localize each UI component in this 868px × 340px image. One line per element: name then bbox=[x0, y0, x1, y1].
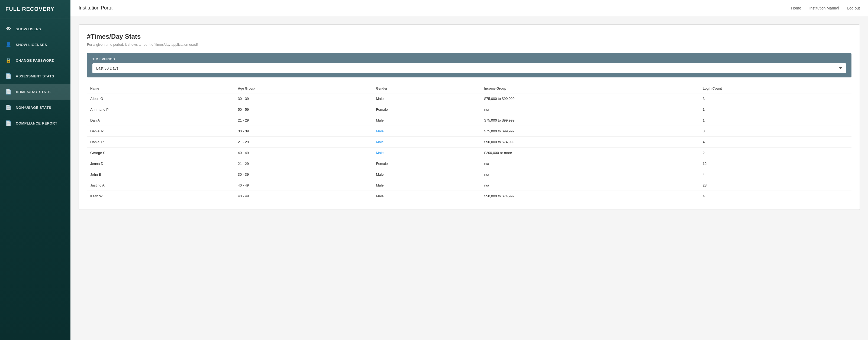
cell-login-count: 1 bbox=[700, 104, 851, 115]
sidebar-item-label-times-day-stats: #TIMES/DAY STATS bbox=[16, 90, 51, 94]
sidebar-icon-change-password: 🔒 bbox=[5, 57, 11, 63]
page-subheading: For a given time period, it shows amount… bbox=[87, 42, 851, 46]
sidebar-item-label-show-licenses: SHOW LICENSES bbox=[16, 43, 47, 47]
sidebar-item-non-usage-stats[interactable]: 📄 NON-USAGE STATS bbox=[0, 100, 70, 115]
cell-age-group: 30 - 39 bbox=[235, 169, 373, 180]
sidebar-item-label-non-usage-stats: NON-USAGE STATS bbox=[16, 106, 51, 110]
cell-income-group: $200,000 or more bbox=[481, 147, 700, 158]
sidebar-icon-compliance-report: 📄 bbox=[5, 120, 11, 126]
table-col-income-group: Income Group bbox=[481, 84, 700, 93]
cell-name: Dan A bbox=[87, 115, 235, 126]
cell-age-group: 50 - 59 bbox=[235, 104, 373, 115]
cell-gender: Male bbox=[373, 115, 481, 126]
page-card: #Times/Day Stats For a given time period… bbox=[79, 24, 860, 210]
content-area: #Times/Day Stats For a given time period… bbox=[70, 16, 868, 340]
cell-income-group: n/a bbox=[481, 158, 700, 169]
cell-login-count: 4 bbox=[700, 169, 851, 180]
table-body: Albert G30 - 39Male$75,000 to $99,9993An… bbox=[87, 93, 851, 202]
cell-age-group: 21 - 29 bbox=[235, 115, 373, 126]
cell-age-group: 30 - 39 bbox=[235, 126, 373, 137]
cell-income-group: n/a bbox=[481, 180, 700, 191]
cell-income-group: $50,000 to $74,999 bbox=[481, 191, 700, 202]
cell-gender[interactable]: Male bbox=[373, 147, 481, 158]
table-row: John B30 - 39Malen/a4 bbox=[87, 169, 851, 180]
table-row: George S40 - 49Male$200,000 or more2 bbox=[87, 147, 851, 158]
cell-gender: Male bbox=[373, 191, 481, 202]
sidebar-icon-times-day-stats: 📄 bbox=[5, 89, 11, 95]
cell-name: Daniel R bbox=[87, 137, 235, 147]
table-row: Daniel P30 - 39Male$75,000 to $99,9998 bbox=[87, 126, 851, 137]
sidebar-icon-show-users: 👁 bbox=[5, 26, 11, 32]
cell-gender[interactable]: Male bbox=[373, 126, 481, 137]
sidebar-item-label-change-password: CHANGE PASSWORD bbox=[16, 59, 55, 63]
table-row: Daniel R21 - 29Male$50,000 to $74,9994 bbox=[87, 137, 851, 147]
sidebar-item-show-licenses[interactable]: 👤 SHOW LICENSES bbox=[0, 37, 70, 53]
sidebar-item-assessment-stats[interactable]: 📄 ASSESSMENT STATS bbox=[0, 68, 70, 84]
cell-age-group: 40 - 49 bbox=[235, 180, 373, 191]
sidebar-item-show-users[interactable]: 👁 SHOW USERS bbox=[0, 21, 70, 37]
cell-login-count: 12 bbox=[700, 158, 851, 169]
time-period-label: TIME PERIOD bbox=[92, 57, 846, 61]
cell-age-group: 30 - 39 bbox=[235, 93, 373, 104]
cell-income-group: $75,000 to $99,999 bbox=[481, 115, 700, 126]
cell-name: Daniel P bbox=[87, 126, 235, 137]
sidebar-logo: FULL RECOVERY bbox=[0, 0, 70, 19]
cell-login-count: 3 bbox=[700, 93, 851, 104]
cell-name: George S bbox=[87, 147, 235, 158]
cell-gender: Male bbox=[373, 93, 481, 104]
topnav: Institution Portal HomeInstitution Manua… bbox=[70, 0, 868, 16]
table-col-name: Name bbox=[87, 84, 235, 93]
sidebar-item-change-password[interactable]: 🔒 CHANGE PASSWORD bbox=[0, 53, 70, 68]
table-row: Justino A40 - 49Malen/a23 bbox=[87, 180, 851, 191]
topnav-link-home[interactable]: Home bbox=[791, 6, 801, 10]
cell-income-group: n/a bbox=[481, 169, 700, 180]
gender-link[interactable]: Male bbox=[376, 151, 383, 155]
sidebar-item-label-assessment-stats: ASSESSMENT STATS bbox=[16, 74, 54, 78]
sidebar-icon-assessment-stats: 📄 bbox=[5, 73, 11, 79]
sidebar-item-label-compliance-report: COMPLIANCE REPORT bbox=[16, 121, 58, 125]
cell-login-count: 4 bbox=[700, 191, 851, 202]
sidebar-icon-show-licenses: 👤 bbox=[5, 42, 11, 48]
topnav-link-institution-manual[interactable]: Institution Manual bbox=[809, 6, 839, 10]
cell-name: Keith W bbox=[87, 191, 235, 202]
cell-income-group: $50,000 to $74,999 bbox=[481, 137, 700, 147]
table-row: Annmarie P50 - 59Femalen/a1 bbox=[87, 104, 851, 115]
sidebar-item-compliance-report[interactable]: 📄 COMPLIANCE REPORT bbox=[0, 115, 70, 131]
table-head: NameAge GroupGenderIncome GroupLogin Cou… bbox=[87, 84, 851, 93]
sidebar-icon-non-usage-stats: 📄 bbox=[5, 104, 11, 110]
cell-login-count: 8 bbox=[700, 126, 851, 137]
table-header-row: NameAge GroupGenderIncome GroupLogin Cou… bbox=[87, 84, 851, 93]
sidebar: FULL RECOVERY 👁 SHOW USERS 👤 SHOW LICENS… bbox=[0, 0, 70, 340]
cell-age-group: 21 - 29 bbox=[235, 158, 373, 169]
cell-gender: Male bbox=[373, 180, 481, 191]
cell-name: Justino A bbox=[87, 180, 235, 191]
cell-gender: Male bbox=[373, 169, 481, 180]
sidebar-item-label-show-users: SHOW USERS bbox=[16, 27, 41, 31]
cell-name: Jenna D bbox=[87, 158, 235, 169]
cell-name: Albert G bbox=[87, 93, 235, 104]
table-col-age-group: Age Group bbox=[235, 84, 373, 93]
cell-login-count: 23 bbox=[700, 180, 851, 191]
gender-link[interactable]: Male bbox=[376, 129, 383, 133]
cell-login-count: 4 bbox=[700, 137, 851, 147]
page-heading: #Times/Day Stats bbox=[87, 33, 851, 40]
cell-name: Annmarie P bbox=[87, 104, 235, 115]
main-area: Institution Portal HomeInstitution Manua… bbox=[70, 0, 868, 340]
table-row: Keith W40 - 49Male$50,000 to $74,9994 bbox=[87, 191, 851, 202]
cell-income-group: $75,000 to $99,999 bbox=[481, 126, 700, 137]
cell-age-group: 40 - 49 bbox=[235, 191, 373, 202]
sidebar-item-times-day-stats[interactable]: 📄 #TIMES/DAY STATS bbox=[0, 84, 70, 100]
table-row: Jenna D21 - 29Femalen/a12 bbox=[87, 158, 851, 169]
cell-gender: Female bbox=[373, 158, 481, 169]
topnav-title: Institution Portal bbox=[79, 5, 114, 11]
time-period-select[interactable]: Last 30 DaysLast 60 DaysLast 90 DaysThis… bbox=[92, 63, 846, 73]
cell-gender[interactable]: Male bbox=[373, 137, 481, 147]
topnav-link-log-out[interactable]: Log out bbox=[847, 6, 860, 10]
cell-login-count: 2 bbox=[700, 147, 851, 158]
table-col-login-count: Login Count bbox=[700, 84, 851, 93]
cell-login-count: 1 bbox=[700, 115, 851, 126]
cell-income-group: $75,000 to $99,999 bbox=[481, 93, 700, 104]
table-row: Albert G30 - 39Male$75,000 to $99,9993 bbox=[87, 93, 851, 104]
topnav-links: HomeInstitution ManualLog out bbox=[791, 6, 860, 10]
gender-link[interactable]: Male bbox=[376, 140, 383, 144]
